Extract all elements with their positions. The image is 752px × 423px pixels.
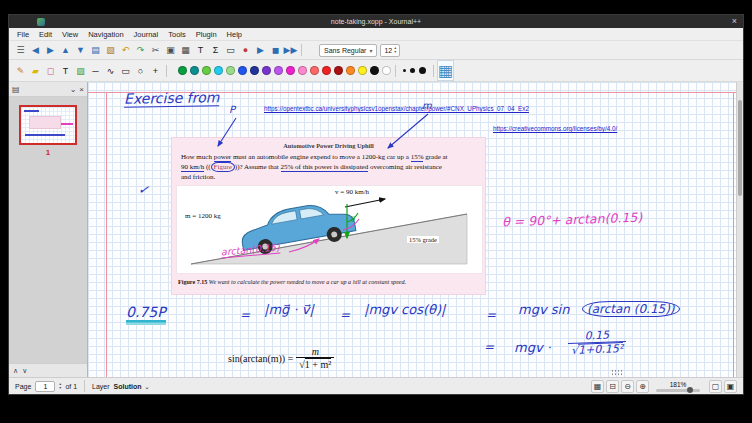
zoom-slider[interactable] [656, 389, 700, 392]
page-thumbnail[interactable] [19, 105, 77, 145]
color-swatch[interactable] [214, 66, 223, 75]
page-number-input[interactable] [35, 381, 55, 392]
sidebar-close-icon[interactable]: × [79, 85, 84, 94]
font-size-stepper[interactable]: 12 ▴▾ [380, 44, 400, 57]
exercise-text-segment: 1200-kg [362, 153, 385, 161]
menu-item[interactable]: Plugin [191, 30, 222, 39]
eraser-tool-icon[interactable]: ◻ [43, 64, 58, 78]
font-select[interactable]: Sans Regular ▾ [319, 44, 377, 57]
color-swatch[interactable] [202, 66, 211, 75]
grade-label: 15% grade [407, 236, 439, 243]
title-bar[interactable]: note-taking.xopp - Xournal++ × [9, 15, 743, 28]
grid-snap-icon[interactable]: ▦ [437, 60, 454, 81]
highlighter-tool-icon[interactable]: ▰ [28, 64, 43, 78]
close-window-icon[interactable]: × [732, 16, 737, 26]
spin-down-icon[interactable]: ▾ [59, 386, 61, 390]
paste-icon[interactable]: ▦ [178, 43, 193, 57]
floating-toolbar-grip[interactable] [611, 369, 623, 376]
ruler-tool-icon[interactable]: ─ [88, 64, 103, 78]
stroke-medium-icon[interactable] [410, 68, 415, 73]
copy-icon[interactable]: ▣ [163, 43, 178, 57]
zoom-out-icon[interactable]: ⊖ [621, 380, 634, 393]
page-next-icon[interactable]: ▶ [43, 43, 58, 57]
sidebar-toggle-icon[interactable]: ☰ [13, 43, 28, 57]
image-tool-icon[interactable]: ▨ [73, 64, 88, 78]
menu-item[interactable]: Help [222, 30, 247, 39]
color-swatch[interactable] [382, 66, 391, 75]
main-content: ▤ ⌄ × 1 ∧ ∨ [9, 82, 743, 377]
zoom-slider-thumb[interactable] [687, 387, 693, 393]
color-swatch[interactable] [346, 66, 355, 75]
page-first-icon[interactable]: ▲ [58, 43, 73, 57]
menu-item[interactable]: Tools [163, 30, 191, 39]
scrollbar-thumb[interactable] [738, 100, 742, 196]
shape-tool-icon[interactable]: ▭ [223, 43, 238, 57]
page-last-icon[interactable]: ▼ [73, 43, 88, 57]
color-swatch[interactable] [226, 66, 235, 75]
color-swatch[interactable] [178, 66, 187, 75]
hand-tool-icon[interactable]: + [148, 64, 163, 78]
menu-item[interactable]: File [12, 30, 34, 39]
stroke-thick-icon[interactable] [419, 67, 426, 74]
color-swatch[interactable] [250, 66, 259, 75]
pen-tool-icon[interactable]: ✎ [13, 64, 28, 78]
mass-label: m = 1200 kg [185, 212, 221, 220]
license-url-link[interactable]: https://creativecommons.org/licenses/by/… [493, 125, 617, 132]
page-preview-icon[interactable]: ▤ [12, 85, 20, 94]
stop-audio-icon[interactable]: ◼ [268, 43, 283, 57]
redo-icon[interactable]: ↷ [133, 43, 148, 57]
status-bar: Page ▴ ▾ of 1 Layer Solution ⌄ ▦⊟⊖⊕ 181%… [9, 377, 743, 394]
color-swatch[interactable] [298, 66, 307, 75]
text-tool-icon[interactable]: T [193, 43, 208, 57]
open-icon[interactable]: ▧ [103, 43, 118, 57]
view-buttons: ▢▣ [707, 380, 737, 393]
exercise-text-underlined: 15% [411, 153, 424, 162]
handwritten-lhs: 0.75P [126, 304, 166, 320]
color-swatch[interactable] [238, 66, 247, 75]
handwritten-dot-product-term: |mg⃗ · v⃗| [264, 302, 314, 317]
presentation-icon[interactable]: ▣ [724, 380, 737, 393]
next-page-button[interactable]: ∨ [22, 367, 27, 375]
vertical-scrollbar[interactable] [736, 82, 743, 377]
menu-item[interactable]: View [57, 30, 83, 39]
cut-icon[interactable]: ✂ [148, 43, 163, 57]
fit-width-icon[interactable]: ▦ [591, 380, 604, 393]
fit-page-icon[interactable]: ⊟ [606, 380, 619, 393]
page-prev-icon[interactable]: ◀ [28, 43, 43, 57]
text-tool-icon[interactable]: T [58, 64, 73, 78]
menu-item[interactable]: Edit [34, 30, 57, 39]
color-swatch[interactable] [190, 66, 199, 75]
color-swatch[interactable] [322, 66, 331, 75]
equals-sign: = [340, 308, 350, 322]
color-swatch[interactable] [262, 66, 271, 75]
prev-page-button[interactable]: ∧ [13, 367, 18, 375]
color-swatch[interactable] [358, 66, 367, 75]
undo-icon[interactable]: ↶ [118, 43, 133, 57]
seek-audio-icon[interactable]: ▶▶ [283, 43, 298, 57]
stroke-fine-icon[interactable] [403, 69, 406, 72]
color-swatch[interactable] [370, 66, 379, 75]
page-spinner[interactable]: ▴ ▾ [59, 382, 61, 390]
color-swatch[interactable] [310, 66, 319, 75]
shape-recognizer-icon[interactable]: ∿ [103, 64, 118, 78]
color-swatch[interactable] [334, 66, 343, 75]
color-swatch[interactable] [286, 66, 295, 75]
record-audio-icon[interactable]: ● [238, 43, 253, 57]
select-lasso-icon[interactable]: ○ [133, 64, 148, 78]
sidebar-collapse-icon[interactable]: ⌄ [70, 85, 77, 94]
layer-dropdown[interactable]: Solution ⌄ [114, 383, 150, 390]
menu-item[interactable]: Navigation [83, 30, 128, 39]
save-icon[interactable]: ▤ [88, 43, 103, 57]
chevron-down-icon: ⌄ [145, 383, 150, 390]
source-url-link[interactable]: https://opentextbc.ca/universityphysicsv… [264, 105, 529, 112]
zoom-in-icon[interactable]: ⊕ [636, 380, 649, 393]
figure-link[interactable]: Figure [211, 162, 235, 172]
font-size-spin-icons[interactable]: ▴▾ [394, 46, 396, 54]
select-rect-icon[interactable]: ▭ [118, 64, 133, 78]
document-canvas[interactable]: Exercise from https://opentextbc.ca/univ… [88, 82, 743, 377]
fullscreen-icon[interactable]: ▢ [709, 380, 722, 393]
tex-tool-icon[interactable]: Σ [208, 43, 223, 57]
play-audio-icon[interactable]: ▶ [253, 43, 268, 57]
color-swatch[interactable] [274, 66, 283, 75]
menu-item[interactable]: Journal [129, 30, 164, 39]
